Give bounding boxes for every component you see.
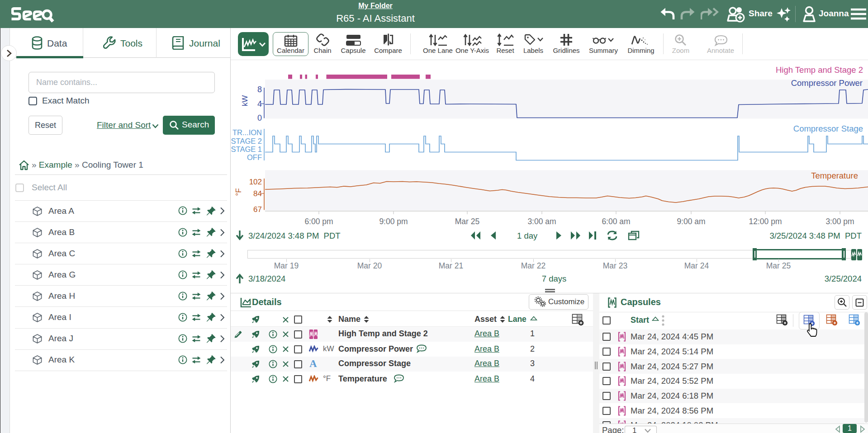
- svg-text:3:00 am: 3:00 am: [527, 217, 556, 226]
- svg-text:Temperature: Temperature: [811, 171, 858, 180]
- svg-text:STAGE 2: STAGE 2: [231, 137, 262, 145]
- svg-text:Compressor Stage: Compressor Stage: [793, 124, 863, 133]
- svg-text:Compressor Power: Compressor Power: [791, 78, 863, 88]
- svg-text:3:00 pm: 3:00 pm: [825, 217, 854, 226]
- svg-text:°F: °F: [234, 188, 243, 196]
- svg-text:STAGE 1: STAGE 1: [231, 145, 262, 153]
- svg-text:6:00 am: 6:00 am: [602, 217, 630, 226]
- svg-text:67: 67: [253, 205, 262, 214]
- svg-text:9:00 pm: 9:00 pm: [379, 217, 408, 226]
- svg-text:9:00 am: 9:00 am: [677, 217, 705, 226]
- svg-text:8: 8: [257, 85, 262, 94]
- svg-text:kW: kW: [241, 95, 249, 107]
- svg-text:0: 0: [257, 113, 262, 122]
- svg-text:4: 4: [257, 99, 262, 108]
- svg-text:High Temp and Stage 2: High Temp and Stage 2: [776, 65, 863, 75]
- svg-text:84: 84: [253, 189, 262, 198]
- svg-text:Mar 25: Mar 25: [455, 217, 479, 226]
- svg-text:TR...ION: TR...ION: [232, 128, 262, 136]
- svg-text:12:00 pm: 12:00 pm: [749, 217, 782, 226]
- svg-text:102: 102: [249, 178, 262, 186]
- svg-text:6:00 pm: 6:00 pm: [304, 217, 333, 226]
- svg-text:OFF: OFF: [247, 153, 262, 161]
